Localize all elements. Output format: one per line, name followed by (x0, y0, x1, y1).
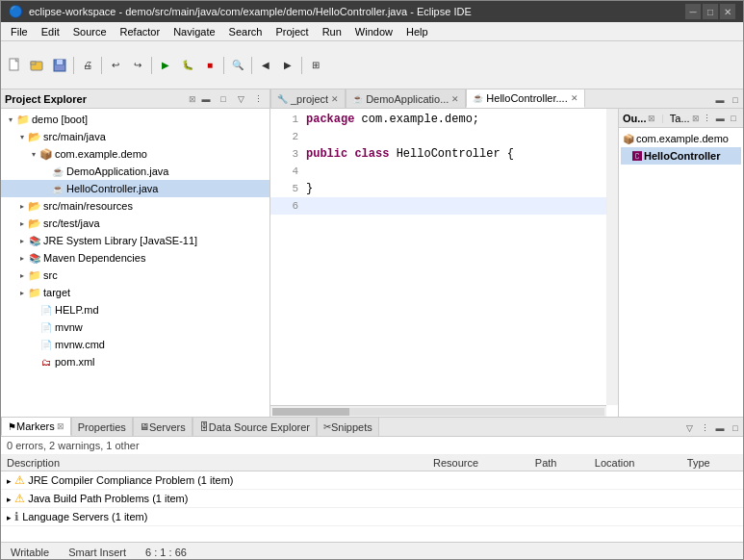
menu-navigate[interactable]: Navigate (167, 25, 220, 38)
tree-item-maven[interactable]: ▸ 📚 Maven Dependencies (1, 249, 269, 267)
menu-source[interactable]: Source (67, 25, 113, 38)
editor-tabs: 🔧 _project ✕ ☕ DemoApplicatio... ✕ ☕ Hel… (270, 89, 743, 109)
tab-properties[interactable]: Properties (71, 417, 133, 436)
tree-item-target[interactable]: ▸ 📁 target (1, 284, 269, 301)
tree-item-help[interactable]: 📄 HELP.md (1, 301, 269, 318)
editor-area[interactable]: 1 package com.example.demo; 2 3 public c… (270, 109, 618, 417)
marker-expand-lang[interactable]: ▸ (7, 513, 12, 522)
tb-search-button[interactable]: 🔍 (227, 55, 248, 76)
menu-window[interactable]: Window (349, 25, 398, 38)
close-button[interactable]: ✕ (720, 4, 735, 19)
menu-help[interactable]: Help (400, 25, 434, 38)
tree-label-demo: demo [boot] (32, 114, 88, 125)
tree-item-mvnw-cmd[interactable]: 📄 mvnw.cmd (1, 336, 269, 353)
tb-redo-button[interactable]: ↪ (127, 55, 148, 76)
tb-undo-button[interactable]: ↩ (105, 55, 126, 76)
tb-prev-button[interactable]: ◀ (255, 55, 276, 76)
tree-item-hello-controller[interactable]: ▸ ☕ HelloController.java (1, 180, 269, 197)
outline-maximize-button[interactable]: □ (728, 111, 739, 126)
tb-open-button[interactable] (27, 55, 48, 76)
marker-row-build[interactable]: ▸ ⚠ Java Build Path Problems (1 item) (1, 490, 743, 508)
bottom-filter-button[interactable]: ▽ (681, 420, 697, 436)
tab-markers-label: Markers (16, 420, 55, 432)
tb-run-button[interactable]: ▶ (155, 55, 176, 76)
menu-search[interactable]: Search (223, 25, 269, 38)
editor-maximize-button[interactable]: □ (728, 92, 743, 108)
outline-item-class[interactable]: 🅲 HelloController (621, 147, 741, 165)
explorer-filter-button[interactable]: ▽ (233, 91, 248, 107)
tab-snippets[interactable]: ✂ Snippets (317, 417, 379, 436)
menu-edit[interactable]: Edit (36, 25, 65, 38)
bottom-maximize-button[interactable]: □ (728, 420, 743, 436)
bottom-minimize-button[interactable]: ▬ (712, 420, 728, 436)
tree-item-jre[interactable]: ▸ 📚 JRE System Library [JavaSE-11] (1, 232, 269, 249)
tab-hello-close[interactable]: ✕ (571, 93, 578, 103)
tree-item-src-test-java[interactable]: ▸ 📂 src/test/java (1, 215, 269, 232)
tb-perspective-button[interactable]: ⊞ (305, 55, 326, 76)
tb-next-button[interactable]: ▶ (277, 55, 298, 76)
outline-minimize-button[interactable]: ▬ (714, 111, 726, 126)
maximize-button[interactable]: □ (703, 4, 718, 19)
tb-save-button[interactable] (49, 55, 70, 76)
tree-item-demo[interactable]: ▾ 📁 demo [boot] (1, 111, 269, 128)
marker-type-lang (681, 508, 743, 526)
toolbar-sep-4 (223, 57, 224, 74)
tree-item-com-example-demo[interactable]: ▾ 📦 com.example.demo (1, 145, 269, 163)
editor-vscrollbar[interactable] (606, 109, 618, 405)
tree-toggle-jre[interactable]: ▸ (16, 235, 28, 246)
minimize-button[interactable]: ─ (685, 4, 701, 19)
editor-hscrollbar[interactable] (270, 405, 606, 417)
marker-expand-build[interactable]: ▸ (7, 495, 12, 504)
explorer-menu-button[interactable]: ⋮ (250, 91, 266, 107)
tree-toggle-demo[interactable]: ▾ (5, 114, 16, 125)
bottom-panel: ⚑ Markers ⊠ Properties 🖥 Servers 🗄 Data … (1, 417, 743, 542)
tab-demo-application[interactable]: ☕ DemoApplicatio... ✕ (346, 89, 466, 108)
tree-item-src-main-resources[interactable]: ▸ 📂 src/main/resources (1, 197, 269, 215)
marker-expand-jre[interactable]: ▸ (7, 476, 12, 486)
editor-hscrollbar-thumb (272, 408, 349, 416)
explorer-maximize-button[interactable]: □ (216, 91, 231, 107)
tree-toggle-src-main-java[interactable]: ▾ (16, 131, 28, 142)
tree-item-src-main-java[interactable]: ▾ 📂 src/main/java (1, 128, 269, 145)
tab-servers[interactable]: 🖥 Servers (133, 417, 192, 436)
tree-label-maven: Maven Dependencies (43, 252, 145, 264)
editor-minimize-button[interactable]: ▬ (712, 92, 728, 108)
tb-stop-button[interactable]: ■ (199, 55, 220, 76)
code-line-6: 6 (270, 197, 618, 215)
menu-refactor[interactable]: Refactor (115, 25, 167, 38)
outline-toolbar-button[interactable]: ⋮ (702, 111, 713, 126)
menu-project[interactable]: Project (269, 25, 314, 38)
tab-demo-label: DemoApplicatio... (366, 93, 449, 105)
tree-item-pom[interactable]: 🗂 pom.xml (1, 353, 269, 370)
menu-run[interactable]: Run (317, 25, 347, 38)
tab-datasource[interactable]: 🗄 Data Source Explorer (192, 417, 317, 436)
tree-toggle-target[interactable]: ▸ (16, 287, 28, 298)
tb-debug-button[interactable]: 🐛 (177, 55, 198, 76)
marker-row-lang[interactable]: ▸ ℹ Language Servers (1 item) (1, 508, 743, 526)
tree-toggle-com-example-demo[interactable]: ▾ (28, 148, 39, 160)
tree-item-src[interactable]: ▸ 📁 src (1, 267, 269, 284)
tree-item-mvnw[interactable]: 📄 mvnw (1, 318, 269, 336)
tree-toggle-src[interactable]: ▸ (16, 269, 28, 281)
tb-print-button[interactable]: 🖨 (77, 55, 98, 76)
tab-hello-controller[interactable]: ☕ HelloController.... ✕ (466, 89, 584, 108)
tree-toggle-src-test-java[interactable]: ▸ (16, 217, 28, 229)
tab-demo-close[interactable]: ✕ (451, 94, 459, 104)
tab-project[interactable]: 🔧 _project ✕ (270, 89, 346, 108)
tab-project-close[interactable]: ✕ (331, 94, 339, 104)
marker-path-build (529, 490, 589, 508)
menu-file[interactable]: File (5, 25, 34, 38)
tab-datasource-icon: 🗄 (199, 421, 209, 432)
explorer-minimize-button[interactable]: ▬ (198, 91, 214, 107)
tree-toggle-src-main-resources[interactable]: ▸ (16, 200, 28, 212)
outline-id2: ⊠ (692, 114, 700, 123)
tb-new-button[interactable] (5, 55, 26, 76)
outline-item-package[interactable]: 📦 com.example.demo (621, 130, 741, 147)
tree-item-demo-application[interactable]: ▸ ☕ DemoApplication.java (1, 163, 269, 180)
tab-markers[interactable]: ⚑ Markers ⊠ (1, 417, 71, 436)
tree-toggle-maven[interactable]: ▸ (16, 252, 28, 264)
package-icon-outline: 📦 (623, 134, 634, 144)
marker-row-jre[interactable]: ▸ ⚠ JRE Compiler Compliance Problem (1 i… (1, 471, 743, 490)
bottom-menu-button[interactable]: ⋮ (697, 420, 712, 436)
tab-markers-id: ⊠ (57, 421, 64, 431)
